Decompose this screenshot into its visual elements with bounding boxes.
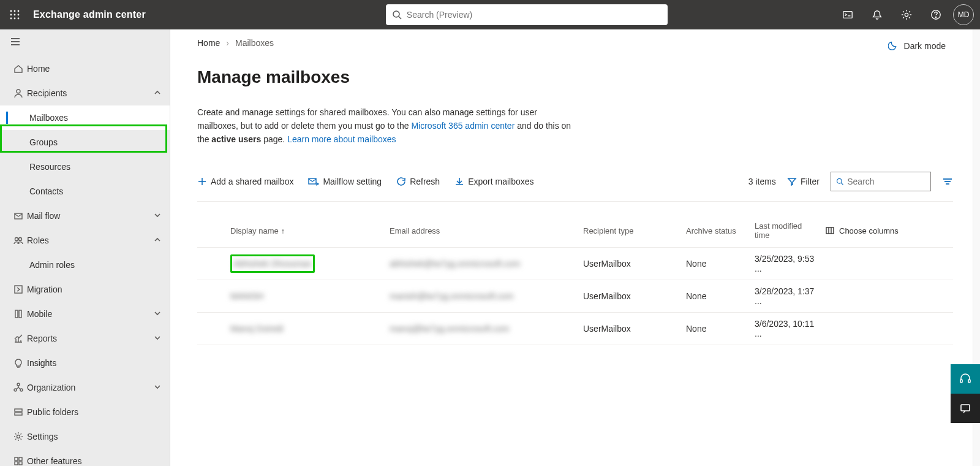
nav-toggle-icon[interactable] [0,29,170,54]
nav-home[interactable]: Home [0,56,170,81]
chevron-right-icon: › [226,38,229,48]
nav-organization[interactable]: Organization [0,375,170,400]
col-archive-status[interactable]: Archive status [681,214,750,248]
nav-mailflow-label: Mail flow [27,211,154,221]
svg-rect-28 [15,409,22,411]
nav-reports[interactable]: Reports [0,326,170,351]
notifications-icon[interactable] [862,0,892,29]
breadcrumb-current: Mailboxes [235,38,274,48]
svg-point-20 [15,238,18,241]
nav-contacts[interactable]: Contacts [0,179,170,204]
roles-icon [10,235,27,245]
nav-mailboxes[interactable]: Mailboxes [0,105,170,130]
grid-icon [10,456,27,466]
cell-type: UserMailbox [578,280,681,313]
svg-point-7 [14,18,16,20]
nav-other-features[interactable]: Other features [0,449,170,466]
breadcrumb: Home › Mailboxes [197,38,953,48]
support-headset-button[interactable] [951,364,980,394]
nav-reports-label: Reports [27,334,154,343]
cell-name: Manoj Doiredi [230,324,283,334]
search-icon [836,177,843,186]
app-launcher-icon[interactable] [0,0,29,29]
cell-archive: None [681,280,750,313]
chevron-down-icon [154,334,161,343]
col-choose-columns[interactable]: Choose columns [821,214,953,248]
col-display-name[interactable]: Display name↑ [225,214,385,248]
sidebar: Home Recipients Mailboxes Groups Resourc… [0,29,170,466]
svg-point-12 [905,13,908,16]
svg-rect-46 [960,380,962,383]
nav-home-label: Home [27,64,161,74]
nav-migration-label: Migration [27,285,161,294]
cmd-export[interactable]: Export mailboxes [454,177,533,186]
cmd-refresh-label: Refresh [410,177,440,186]
cmd-export-label: Export mailboxes [468,177,533,186]
nav-public-folders[interactable]: Public folders [0,400,170,424]
col-last-modified[interactable]: Last modified time [750,214,821,248]
nav-roles[interactable]: Roles [0,228,170,253]
table-row[interactable]: Abhishek Dhossman abhishek@tw7yg.onmicro… [197,248,953,280]
cell-modified: 3/6/2023, 10:11 ... [750,313,821,345]
cmd-mailflow-label: Mailflow setting [323,177,382,186]
svg-rect-34 [19,462,22,465]
global-search[interactable] [386,4,668,25]
chevron-down-icon [154,383,161,392]
dark-mode-toggle[interactable]: Dark mode [888,40,946,52]
annotation-highlight-row: Abhishek Dhossman [230,254,315,273]
col-recipient-type[interactable]: Recipient type [578,214,681,248]
nav-admin-roles-label: Admin roles [29,260,161,270]
svg-point-6 [10,18,12,20]
svg-point-8 [18,18,20,20]
nav-settings-label: Settings [27,432,161,441]
chevron-up-icon [154,235,161,245]
svg-rect-32 [19,457,22,460]
mailboxes-table: Display name↑ Email address Recipient ty… [197,214,953,345]
nav-settings[interactable]: Settings [0,424,170,449]
feedback-button[interactable] [951,394,980,423]
svg-rect-24 [19,310,21,318]
nav-mailflow[interactable]: Mail flow [0,204,170,228]
svg-line-39 [841,183,843,185]
cmd-add-shared-mailbox[interactable]: Add a shared mailbox [197,177,293,186]
list-options-icon[interactable] [942,177,953,186]
svg-point-21 [19,238,22,241]
nav-insights[interactable]: Insights [0,351,170,375]
table-row[interactable]: MANISH manish@tw7yg.onmicrosoft.com User… [197,280,953,313]
nav-recipients[interactable]: Recipients [0,81,170,105]
cmd-refresh[interactable]: Refresh [396,177,440,186]
nav-mobile[interactable]: Mobile [0,302,170,326]
brand-title: Exchange admin center [33,9,146,20]
col-email[interactable]: Email address [385,214,578,248]
link-learn-more[interactable]: Learn more about mailboxes [287,134,396,144]
page-title: Manage mailboxes [197,67,953,87]
page-description: Create and manage settings for shared ma… [197,105,577,146]
cmd-mailflow-setting[interactable]: Mailflow setting [308,177,382,186]
breadcrumb-home[interactable]: Home [197,38,220,48]
svg-rect-43 [826,227,834,234]
nav-roles-label: Roles [27,235,154,245]
svg-point-9 [393,11,399,17]
account-avatar[interactable]: MD [953,4,974,25]
dark-mode-label: Dark mode [904,41,946,51]
table-search[interactable] [831,172,931,191]
svg-rect-33 [15,462,18,465]
table-row[interactable]: Manoj Doiredi manoj@tw7yg.onmicrosoft.co… [197,313,953,345]
help-icon[interactable] [921,0,951,29]
nav-resources[interactable]: Resources [0,155,170,179]
settings-icon[interactable] [892,0,921,29]
nav-folders-label: Public folders [27,407,161,417]
nav-mobile-label: Mobile [27,309,154,319]
nav-migration[interactable]: Migration [0,277,170,302]
svg-rect-48 [961,405,970,411]
table-search-input[interactable] [847,177,925,186]
shell-terminal-icon[interactable] [833,0,862,29]
nav-admin-roles[interactable]: Admin roles [0,253,170,277]
cell-name: MANISH [230,291,263,301]
global-search-input[interactable] [407,10,662,20]
filter-button[interactable]: Filter [787,177,820,186]
nav-groups[interactable]: Groups [0,130,170,155]
link-m365-admin[interactable]: Microsoft 365 admin center [411,121,514,131]
svg-point-4 [14,14,16,16]
svg-point-3 [10,14,12,16]
